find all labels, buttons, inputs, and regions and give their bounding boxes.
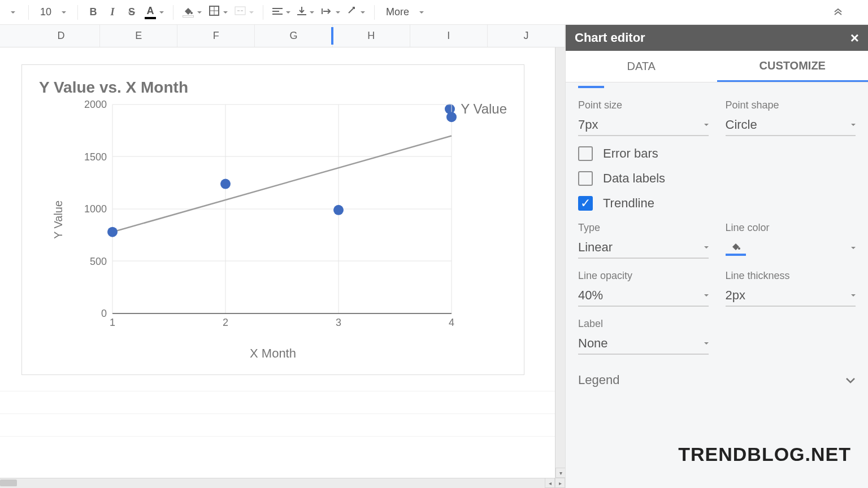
svg-text:1: 1	[110, 317, 115, 328]
bold-button[interactable]: B	[85, 4, 102, 21]
v-align-button[interactable]	[295, 4, 316, 21]
wrap-icon	[321, 6, 332, 18]
svg-rect-4	[235, 7, 245, 15]
line-opacity-label: Line opacity	[578, 270, 709, 282]
borders-icon	[209, 5, 220, 19]
trend-label-label: Label	[578, 318, 709, 330]
x-axis-label: X Month	[250, 346, 296, 361]
text-color-button[interactable]: A	[142, 4, 166, 21]
tab-customize[interactable]: CUSTOMIZE	[717, 51, 869, 82]
horizontal-scrollbar[interactable]: ◂ ▸	[0, 478, 565, 488]
chart-object[interactable]: Y Value vs. X Month Y Value Y Value X Mo…	[21, 64, 524, 375]
paint-bucket-icon	[183, 7, 194, 18]
plot-area: 0500100015002000 1234	[79, 99, 474, 330]
col-header-H[interactable]: H	[333, 25, 410, 47]
h-align-button[interactable]	[270, 4, 293, 21]
svg-point-30	[220, 179, 231, 189]
chevron-down-icon	[845, 373, 856, 387]
trendline-checkbox[interactable]: ✓ Trendline	[578, 196, 856, 211]
point-shape-label: Point shape	[726, 99, 856, 111]
svg-text:1500: 1500	[84, 151, 107, 163]
scroll-left-button[interactable]: ◂	[545, 478, 555, 488]
fill-color-button[interactable]	[180, 4, 204, 21]
watermark: TRENDBLOG.NET	[678, 443, 851, 465]
error-bars-checkbox[interactable]: Error bars	[578, 146, 856, 161]
collapse-toolbar-button[interactable]	[830, 4, 847, 21]
close-icon[interactable]: ×	[850, 29, 859, 47]
trend-type-select[interactable]: Linear	[578, 237, 709, 259]
font-dropdown[interactable]	[5, 4, 21, 21]
cells-grid[interactable]: Y Value vs. X Month Y Value Y Value X Mo…	[0, 47, 565, 454]
merge-icon	[235, 6, 246, 18]
svg-text:1000: 1000	[84, 203, 107, 215]
checkbox-icon	[578, 146, 593, 161]
legend-section[interactable]: Legend	[578, 373, 856, 387]
col-header-G[interactable]: G	[255, 25, 332, 47]
rotate-button[interactable]	[345, 4, 367, 21]
toolbar: 10 B I S A More	[0, 0, 868, 25]
font-size-value: 10	[40, 6, 51, 18]
sidebar-title: Chart editor	[575, 30, 645, 45]
h-scroll-thumb[interactable]	[0, 480, 17, 486]
svg-text:3: 3	[336, 317, 341, 328]
italic-button[interactable]: I	[104, 4, 121, 21]
point-size-label: Point size	[578, 99, 709, 111]
chevron-up-icon	[832, 6, 844, 18]
column-headers: D E F G H I J	[0, 25, 565, 47]
line-color-label: Line color	[726, 222, 856, 234]
svg-text:0: 0	[101, 308, 107, 319]
trend-label-select[interactable]: None	[578, 333, 709, 355]
chart-editor-panel: Chart editor × DATA CUSTOMIZE Point size…	[565, 25, 868, 488]
strikethrough-button[interactable]: S	[123, 4, 140, 21]
svg-text:500: 500	[90, 256, 107, 267]
col-header-E[interactable]: E	[100, 25, 177, 47]
series-color-swatch[interactable]	[578, 82, 604, 88]
svg-point-31	[333, 205, 344, 215]
rotate-icon	[347, 6, 357, 19]
line-thickness-label: Line thickness	[726, 270, 856, 282]
svg-text:2: 2	[223, 317, 228, 328]
svg-text:4: 4	[449, 317, 454, 328]
line-color-select[interactable]	[726, 237, 856, 259]
trend-type-label: Type	[578, 222, 709, 234]
line-opacity-select[interactable]: 40%	[578, 285, 709, 307]
paint-bucket-icon	[726, 240, 746, 256]
sidebar-header: Chart editor ×	[566, 25, 868, 51]
more-dropdown[interactable]: More	[380, 6, 429, 18]
svg-line-28	[112, 136, 452, 232]
chart-title: Y Value vs. X Month	[39, 79, 188, 97]
svg-text:2000: 2000	[84, 99, 107, 110]
svg-point-33	[738, 247, 740, 250]
col-header-I[interactable]: I	[410, 25, 488, 47]
font-size-dropdown[interactable]: 10	[34, 6, 72, 18]
checkbox-icon	[578, 171, 593, 186]
svg-point-29	[107, 227, 118, 237]
col-header-J[interactable]: J	[488, 25, 565, 47]
tab-data[interactable]: DATA	[566, 51, 717, 82]
borders-button[interactable]	[206, 4, 230, 21]
sidebar-tabs: DATA CUSTOMIZE	[566, 51, 868, 82]
more-label: More	[386, 6, 409, 18]
point-size-select[interactable]: 7px	[578, 115, 709, 136]
point-shape-select[interactable]: Circle	[726, 115, 856, 136]
scroll-down-button[interactable]: ▾	[555, 468, 566, 478]
wrap-button[interactable]	[319, 4, 342, 21]
spreadsheet-area: D E F G H I J Y Value vs. X Month Y Valu…	[0, 25, 565, 488]
y-axis-label: Y Value	[52, 201, 65, 239]
scroll-right-button[interactable]: ▸	[555, 478, 565, 488]
merge-cells-button[interactable]	[232, 4, 256, 21]
col-header-F[interactable]: F	[177, 25, 255, 47]
data-labels-checkbox[interactable]: Data labels	[578, 171, 856, 186]
valign-icon	[297, 6, 306, 19]
line-thickness-select[interactable]: 2px	[726, 285, 856, 307]
svg-point-0	[190, 12, 193, 14]
svg-point-32	[446, 112, 457, 122]
align-icon	[272, 6, 283, 18]
vertical-scrollbar[interactable]: ▾	[555, 47, 565, 478]
checkbox-checked-icon: ✓	[578, 196, 593, 211]
col-header-D[interactable]: D	[23, 25, 100, 47]
